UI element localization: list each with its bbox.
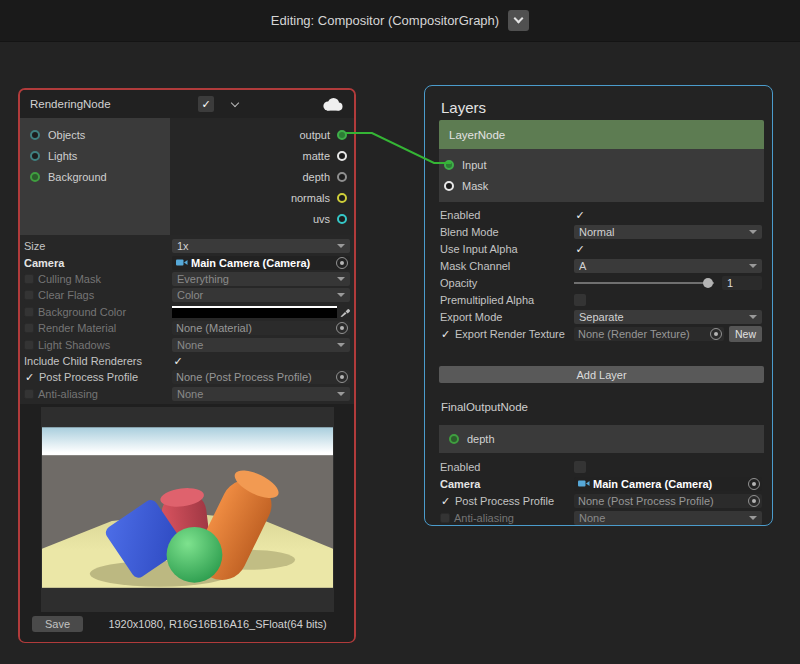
port-dot-icon[interactable] [337, 172, 347, 182]
new-render-texture-button[interactable]: New [729, 326, 762, 342]
checkmark-icon [575, 210, 586, 220]
premultiplied-alpha-checkbox[interactable] [574, 294, 586, 306]
culling-mask-dropdown[interactable]: Everything [172, 272, 350, 286]
camera-icon [578, 479, 590, 488]
property-row-mask-channel: Mask Channel A [439, 257, 764, 274]
light-shadows-dropdown[interactable]: None [172, 338, 350, 352]
post-process-profile-field[interactable]: None (Post Process Profile) [172, 370, 350, 384]
property-row-clear-flags: Clear Flags Color [20, 287, 354, 303]
use-input-alpha-checkbox[interactable] [574, 243, 586, 255]
property-row-size: Size 1x [20, 238, 354, 254]
object-picker-icon[interactable] [748, 478, 760, 490]
port-mask[interactable]: Mask [439, 175, 764, 196]
include-child-renderers-checkbox[interactable] [172, 355, 184, 367]
port-dot-icon[interactable] [30, 172, 40, 182]
rendering-node-header[interactable]: RenderingNode [20, 90, 354, 118]
anti-aliasing-dropdown[interactable]: None [172, 387, 350, 401]
chevron-down-icon [337, 392, 345, 396]
export-render-texture-field[interactable]: None (Render Texture) [574, 327, 724, 341]
eyedropper-icon[interactable] [340, 306, 350, 317]
layer-node-properties: Enabled Blend Mode Normal Use Input Alph… [439, 202, 764, 342]
property-row-export-mode: Export Mode Separate [439, 308, 764, 325]
property-row-anti-aliasing: Anti-aliasing None [439, 509, 764, 526]
property-row-include-child-renderers: Include Child Renderers [20, 353, 354, 369]
port-dot-icon[interactable] [30, 151, 40, 161]
layers-panel-title: Layers [439, 94, 764, 120]
export-mode-dropdown[interactable]: Separate [574, 310, 762, 324]
node-enabled-checkbox[interactable] [198, 96, 214, 112]
clear-flags-dropdown[interactable]: Color [172, 288, 350, 302]
port-depth[interactable]: depth [170, 166, 354, 187]
override-checkbox[interactable] [24, 323, 34, 333]
port-uvs[interactable]: uvs [170, 208, 354, 229]
object-picker-icon[interactable] [336, 322, 348, 334]
port-lights[interactable]: Lights [20, 145, 170, 166]
opacity-value-field[interactable]: 1 [722, 276, 762, 290]
port-matte[interactable]: matte [170, 145, 354, 166]
property-row-export-render-texture: Export Render Texture None (Render Textu… [439, 325, 764, 342]
property-row-premultiplied-alpha: Premultiplied Alpha [439, 291, 764, 308]
rendering-node: RenderingNode Objects L [18, 88, 356, 643]
object-picker-icon[interactable] [336, 371, 348, 383]
anti-aliasing-dropdown[interactable]: None [574, 511, 762, 525]
camera-object-field[interactable]: Main Camera (Camera) [574, 477, 762, 491]
port-input[interactable]: Input [439, 154, 764, 175]
opacity-slider[interactable]: 1 [574, 276, 762, 290]
graph-canvas[interactable]: RenderingNode Objects L [0, 42, 800, 664]
page-title: Editing: Compositor (CompositorGraph) [271, 13, 499, 28]
chevron-down-icon[interactable] [231, 99, 239, 107]
port-output[interactable]: output [170, 124, 354, 145]
port-normals[interactable]: normals [170, 187, 354, 208]
size-dropdown[interactable]: 1x [172, 239, 350, 253]
port-dot-icon[interactable] [337, 151, 347, 161]
chevron-down-icon [514, 14, 524, 24]
chevron-down-icon [749, 315, 757, 319]
object-picker-icon[interactable] [336, 257, 348, 269]
property-row-anti-aliasing: Anti-aliasing None [20, 386, 354, 402]
blend-mode-dropdown[interactable]: Normal [574, 225, 762, 239]
chevron-down-icon [749, 264, 757, 268]
object-picker-icon[interactable] [710, 328, 722, 340]
port-dot-icon[interactable] [337, 193, 347, 203]
port-background[interactable]: Background [20, 166, 170, 187]
override-checkbox[interactable] [24, 340, 34, 350]
camera-object-field[interactable]: Main Camera (Camera) [172, 256, 350, 270]
port-dot-icon[interactable] [337, 130, 347, 140]
override-checkbox[interactable] [24, 389, 34, 399]
enabled-checkbox[interactable] [574, 209, 586, 221]
enabled-checkbox[interactable] [574, 461, 586, 473]
port-dot-icon[interactable] [337, 214, 347, 224]
override-checkmark-icon[interactable] [440, 496, 451, 506]
override-checkbox[interactable] [24, 274, 34, 284]
chevron-down-icon [337, 343, 345, 347]
port-dot-icon[interactable] [30, 130, 40, 140]
slider-track[interactable] [574, 282, 714, 284]
checkmark-icon [575, 244, 586, 254]
rendering-node-title: RenderingNode [30, 98, 198, 110]
object-picker-icon[interactable] [748, 495, 760, 507]
color-swatch[interactable] [172, 306, 337, 318]
override-checkmark-icon[interactable] [24, 372, 35, 382]
port-dot-icon[interactable] [444, 160, 454, 170]
add-layer-button[interactable]: Add Layer [439, 366, 764, 383]
cloud-icon[interactable] [321, 97, 344, 111]
override-checkbox[interactable] [24, 307, 34, 317]
render-material-field[interactable]: None (Material) [172, 321, 350, 335]
port-objects[interactable]: Objects [20, 124, 170, 145]
chevron-down-icon [749, 230, 757, 234]
slider-thumb[interactable] [703, 278, 713, 288]
port-depth-input[interactable]: depth [439, 425, 764, 453]
override-checkmark-icon[interactable] [440, 329, 451, 339]
port-dot-icon[interactable] [444, 181, 454, 191]
save-button[interactable]: Save [32, 616, 83, 632]
override-checkbox[interactable] [24, 290, 34, 300]
post-process-profile-field[interactable]: None (Post Process Profile) [574, 494, 762, 508]
layers-panel: Layers LayerNode Input Mask Enabled [424, 85, 773, 526]
property-row-blend-mode: Blend Mode Normal [439, 223, 764, 240]
port-dot-icon[interactable] [449, 434, 459, 444]
graph-selector-dropdown[interactable] [508, 10, 529, 31]
property-row-enabled: Enabled [439, 458, 764, 475]
mask-channel-dropdown[interactable]: A [574, 259, 762, 273]
override-checkbox[interactable] [440, 513, 450, 523]
layer-node-header[interactable]: LayerNode [439, 120, 764, 149]
